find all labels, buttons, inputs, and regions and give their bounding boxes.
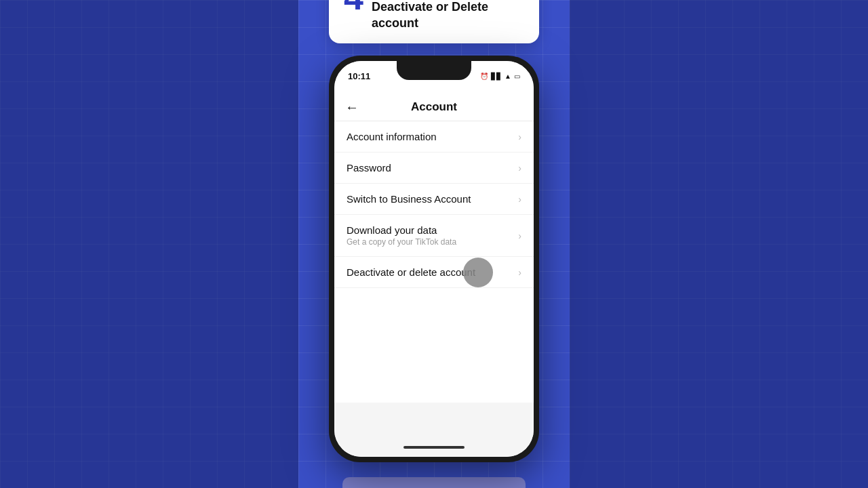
chevron-icon: ›: [518, 131, 521, 142]
menu-item-label: Password: [347, 162, 391, 174]
menu-item-account-info[interactable]: Account information ›: [334, 121, 534, 152]
menu-item-label: Account information: [347, 131, 437, 142]
menu-item-label: Switch to Business Account: [347, 193, 471, 205]
side-panel-left: [0, 0, 298, 488]
battery-icon: ▭: [514, 73, 520, 80]
bottom-label-container: and tap Deactivate: [342, 477, 526, 488]
wifi-icon: ▲: [505, 73, 511, 80]
chevron-icon: ›: [518, 194, 521, 205]
menu-item-left: Password: [347, 162, 391, 174]
alarm-icon: ⏰: [480, 73, 488, 80]
phone-screen: 10:11 ⏰ ▊▊ ▲ ▭ ← Account: [334, 61, 534, 457]
screen-title: Account: [411, 100, 457, 114]
nav-bar: ← Account: [334, 91, 534, 121]
home-indicator: [403, 446, 465, 449]
step-card: 4 Select Account and tap Deactivate or D…: [329, 0, 539, 43]
menu-item-left: Download your data Get a copy of your Ti…: [347, 224, 456, 247]
status-bar: 10:11 ⏰ ▊▊ ▲ ▭: [334, 61, 534, 91]
menu-item-label: Deactivate or delete account: [347, 266, 475, 278]
menu-item-sublabel: Get a copy of your TikTok data: [347, 237, 456, 247]
status-icons: ⏰ ▊▊ ▲ ▭: [480, 73, 520, 80]
cursor-indicator: [463, 258, 493, 287]
chevron-icon: ›: [518, 230, 521, 241]
menu-list: Account information › Password ›: [334, 121, 534, 288]
menu-item-password[interactable]: Password ›: [334, 152, 534, 184]
chevron-icon: ›: [518, 163, 521, 174]
menu-item-label: Download your data: [347, 224, 456, 236]
side-panel-right: [570, 0, 868, 488]
back-button[interactable]: ←: [345, 100, 359, 115]
status-time: 10:11: [348, 71, 370, 81]
signal-icon: ▊▊: [491, 73, 502, 80]
background: 4 Select Account and tap Deactivate or D…: [0, 0, 868, 488]
menu-item-left: Switch to Business Account: [347, 193, 471, 205]
menu-item-deactivate[interactable]: Deactivate or delete account ›: [334, 257, 534, 288]
menu-item-left: Account information: [347, 131, 437, 142]
phone-bottom-area: [334, 403, 534, 457]
phone-device: 10:11 ⏰ ▊▊ ▲ ▭ ← Account: [329, 56, 539, 462]
screen-content: ← Account Account information ›: [334, 91, 534, 403]
chevron-icon: ›: [518, 267, 521, 278]
menu-item-switch-business[interactable]: Switch to Business Account ›: [334, 184, 534, 215]
step-text: Select Account and tap Deactivate or Del…: [372, 0, 524, 31]
center-content: 4 Select Account and tap Deactivate or D…: [329, 0, 539, 488]
menu-item-left: Deactivate or delete account: [347, 266, 475, 278]
notch: [397, 61, 471, 80]
step-number: 4: [344, 0, 363, 15]
menu-item-download-data[interactable]: Download your data Get a copy of your Ti…: [334, 215, 534, 257]
